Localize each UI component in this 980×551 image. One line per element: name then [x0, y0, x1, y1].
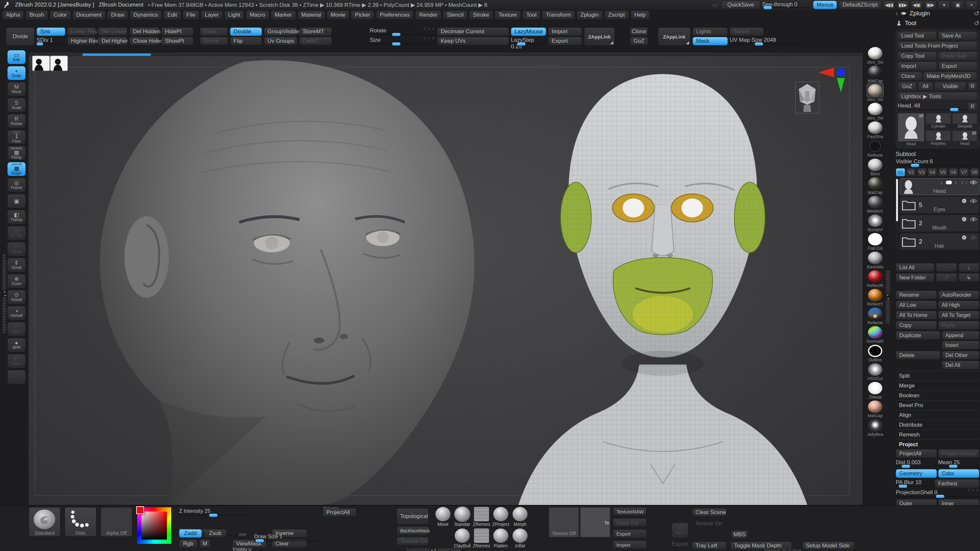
current-stroke-thumb[interactable]: Dots — [65, 507, 96, 537]
lazystep-slider[interactable]: LazyStep 0.25 — [511, 37, 546, 45]
eye-icon[interactable] — [970, 199, 977, 203]
visibility-tab[interactable]: V1 — [896, 168, 905, 176]
texture-preview[interactable]: Te — [580, 507, 610, 537]
brush-preset[interactable]: ClayBuil — [454, 529, 471, 548]
left-tool-button[interactable]: ⊕ Zoom — [7, 274, 26, 288]
material-item[interactable]: Flat Col — [864, 232, 886, 251]
brush-preset[interactable]: ZProject — [492, 507, 509, 527]
goz-button[interactable]: GoZ — [630, 37, 648, 45]
shrink-button[interactable]: Shrink — [200, 37, 228, 45]
material-item[interactable]: Reflecte — [864, 307, 886, 326]
material-item[interactable]: MatCap — [864, 65, 886, 84]
sv-square[interactable] — [142, 511, 167, 540]
brush-preset[interactable]: Standar — [454, 507, 471, 527]
current-alpha-thumb[interactable]: Alpha Off — [100, 507, 132, 537]
brush-preset[interactable]: Flatten — [492, 529, 509, 548]
menu-item[interactable]: Texture — [495, 10, 521, 20]
higher-res-button[interactable]: Higher Res — [67, 37, 96, 45]
see-through-slider[interactable]: See-through 0 — [762, 1, 811, 9]
material-item[interactable]: MatCap — [864, 176, 886, 195]
clone-button[interactable]: Clone — [630, 27, 648, 36]
divide-button[interactable]: Divide — [6, 27, 35, 46]
goz-visible-button[interactable]: Visible — [934, 82, 966, 91]
texture-export-button[interactable]: Export — [613, 529, 647, 538]
texture-import-button[interactable]: Import — [613, 541, 647, 549]
load-tools-from-project-button[interactable]: Load Tools From Project — [898, 41, 977, 50]
current-brush-thumb[interactable]: Standard — [29, 507, 60, 537]
current-color-swatch[interactable] — [136, 506, 144, 514]
current-tool-thumb[interactable]: 10 Head — [898, 113, 924, 146]
eye-icon[interactable] — [970, 235, 977, 240]
keep-uvs-button[interactable]: Keep UVs — [437, 37, 509, 45]
left-tool-button[interactable]: Line Fill ▦ PolyF — [7, 162, 26, 176]
draw-size-slider[interactable]: Draw Size 1 — [254, 534, 320, 542]
bottom-projectall-button[interactable]: ProjectAll — [323, 508, 357, 517]
tool-import-button[interactable]: Import — [898, 62, 937, 70]
switch-button[interactable]: Switch — [730, 27, 764, 36]
smt-toggle[interactable]: Smt — [37, 27, 65, 36]
menu-item[interactable]: Movie — [327, 10, 349, 20]
clone-txtr-button[interactable]: Clone Txtr — [613, 518, 647, 527]
goz-all-button[interactable]: All — [918, 82, 933, 91]
subtool-action-button[interactable]: Rename — [896, 291, 937, 299]
material-item[interactable]: BasicMa — [864, 251, 886, 270]
texture-on-label[interactable]: Texture On — [692, 519, 727, 528]
export-button[interactable]: Export — [548, 37, 582, 45]
tool-clone-button[interactable]: Clone — [898, 72, 922, 81]
menu-item[interactable]: Light — [224, 10, 244, 20]
append-button[interactable]: Append — [942, 331, 979, 340]
subtool-section-row[interactable]: Boolean — [896, 391, 979, 400]
subtool-section-row[interactable]: Distribute — [896, 420, 979, 430]
menu-item[interactable]: Edit — [163, 10, 181, 20]
new-folder-button[interactable]: New Folder — [896, 273, 935, 282]
project-history-button[interactable]: Project History — [938, 449, 979, 458]
save-as-button[interactable]: Save As — [938, 31, 977, 40]
brush-preset[interactable]: Inflat — [512, 529, 528, 548]
texture-thumb[interactable]: Texture Off — [549, 507, 579, 537]
gear-icon[interactable] — [961, 235, 967, 240]
menu-item[interactable]: Help — [630, 10, 650, 20]
default-zscript-button[interactable]: DefaultZScript — [839, 1, 881, 9]
uv-groups-button[interactable]: Uv Groups — [264, 37, 297, 45]
project-geometry-toggle[interactable]: Geometry — [896, 469, 937, 478]
left-tool-button[interactable]: ▦ Pt Sel — [7, 226, 26, 240]
projection-shell-slider[interactable]: ProjectionShell 0 x y z — [896, 489, 979, 498]
projectall-button[interactable]: ProjectAll — [896, 449, 937, 458]
texture-raw-button[interactable]: TextureRAW — [613, 507, 647, 516]
left-tool-button[interactable]: + Draw — [7, 66, 26, 80]
left-tool-button[interactable]: ◎ Frame — [7, 178, 26, 192]
menu-item[interactable]: Stencil — [443, 10, 468, 20]
uv-map-size-slider[interactable]: UV Map Size 2048 — [730, 37, 799, 45]
left-tool-button[interactable]: ◧ Invers — [7, 354, 26, 368]
subtool-action-button[interactable]: AutoReorder — [938, 291, 979, 299]
intersect-icon[interactable]: ◑ — [960, 180, 963, 185]
double-toggle[interactable]: Double — [230, 27, 262, 36]
subtool-folder[interactable]: 2 — [900, 233, 979, 250]
backface-mask-button[interactable]: BackfaceMask — [396, 527, 429, 535]
menu-item[interactable]: Layer — [201, 10, 223, 20]
reset-tool-icon[interactable]: ↺ — [974, 19, 979, 27]
delete-button[interactable]: Delete — [896, 351, 940, 360]
m-toggle[interactable]: M — [199, 540, 210, 548]
left-tool-button[interactable]: x y z ↧ Floor — [7, 130, 26, 144]
import-button[interactable]: Import — [548, 27, 582, 36]
left-tool-button[interactable]: Dynamic ▦ Persp — [7, 146, 26, 160]
subtool-action-button[interactable]: All High — [938, 301, 979, 310]
material-scrollbar[interactable]: ▸◂ — [886, 270, 890, 323]
left-tool-button[interactable]: ⇕ Scroll — [7, 258, 26, 272]
material-item[interactable]: MatCap — [864, 400, 886, 418]
brush-preset[interactable]: Morph — [512, 507, 528, 527]
move-out-folder-button[interactable]: ↱ — [936, 273, 957, 282]
left-tool-button[interactable]: S Scale — [7, 98, 26, 112]
tool-thumb[interactable]: SimpleB — [952, 113, 977, 129]
dist-slider[interactable]: Dist 0.003 — [896, 459, 937, 468]
duplicate-button[interactable]: Duplicate — [896, 331, 940, 340]
texture-on-button[interactable]: Texture On — [396, 537, 429, 545]
menu-item[interactable]: Draw — [107, 10, 128, 20]
material-item[interactable]: zbro_mc — [864, 84, 886, 102]
copy-tool-button[interactable]: Copy Tool — [898, 52, 937, 60]
rotate-slider[interactable]: Rotate x y z — [370, 27, 435, 36]
tool-thumb[interactable]: PolyMes — [926, 130, 951, 146]
material-item[interactable]: MetalicC — [864, 195, 886, 214]
delmt-button[interactable]: DelMT — [299, 37, 332, 45]
